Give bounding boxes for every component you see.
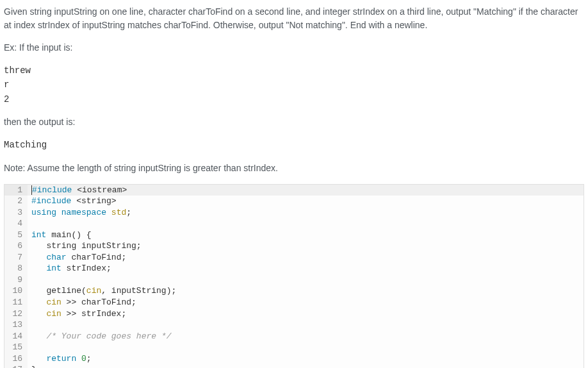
code-content[interactable]: cin >> charToFind; — [28, 297, 584, 308]
line-number: 1 — [4, 185, 28, 196]
code-content[interactable]: #include <iostream> — [28, 185, 584, 196]
code-content[interactable]: int strIndex; — [28, 263, 584, 274]
line-number: 4 — [4, 218, 28, 230]
code-content[interactable]: int main() { — [28, 230, 584, 241]
code-line[interactable]: 1#include <iostream> — [4, 185, 584, 196]
line-number: 2 — [4, 196, 28, 207]
code-content[interactable] — [28, 218, 584, 230]
code-line[interactable]: 7 char charToFind; — [4, 252, 584, 263]
line-number: 10 — [4, 285, 28, 297]
line-number: 16 — [4, 353, 28, 365]
code-content[interactable]: return 0; — [28, 353, 584, 365]
code-content[interactable]: #include <string> — [28, 196, 584, 207]
line-number: 7 — [4, 252, 28, 263]
code-line[interactable]: 4 — [4, 218, 584, 230]
problem-instruction: Given string inputString on one line, ch… — [4, 5, 584, 32]
example-input: threw r 2 — [4, 63, 584, 106]
line-number: 3 — [4, 207, 28, 219]
code-line[interactable]: 10 getline(cin, inputString); — [4, 285, 584, 297]
code-content[interactable] — [28, 319, 584, 331]
code-line[interactable]: 11 cin >> charToFind; — [4, 297, 584, 308]
line-number: 15 — [4, 342, 28, 353]
line-number: 17 — [4, 364, 28, 368]
example-output-label: then the output is: — [4, 115, 584, 129]
code-content[interactable]: cin >> strIndex; — [28, 308, 584, 320]
example-input-label: Ex: If the input is: — [4, 41, 584, 54]
code-editor[interactable]: 1#include <iostream>2#include <string>3u… — [4, 184, 584, 368]
line-number: 11 — [4, 297, 28, 308]
code-line[interactable]: 9 — [4, 274, 584, 286]
code-line[interactable]: 8 int strIndex; — [4, 263, 584, 274]
line-number: 12 — [4, 308, 28, 320]
line-number: 8 — [4, 263, 28, 274]
code-content[interactable] — [28, 274, 584, 286]
code-content[interactable]: /* Your code goes here */ — [28, 331, 584, 342]
code-line[interactable]: 3using namespace std; — [4, 207, 584, 219]
line-number: 6 — [4, 240, 28, 252]
code-line[interactable]: 2#include <string> — [4, 196, 584, 207]
code-line[interactable]: 6 string inputString; — [4, 240, 584, 252]
code-line[interactable]: 17} — [4, 364, 584, 368]
code-line[interactable]: 5int main() { — [4, 230, 584, 241]
problem-note: Note: Assume the length of string inputS… — [4, 162, 584, 175]
code-content[interactable] — [28, 342, 584, 353]
code-line[interactable]: 15 — [4, 342, 584, 353]
code-content[interactable]: char charToFind; — [28, 252, 584, 263]
code-content[interactable]: } — [28, 364, 584, 368]
code-line[interactable]: 16 return 0; — [4, 353, 584, 365]
line-number: 9 — [4, 274, 28, 286]
code-line[interactable]: 13 — [4, 319, 584, 331]
code-content[interactable]: getline(cin, inputString); — [28, 285, 584, 297]
line-number: 14 — [4, 331, 28, 342]
code-line[interactable]: 14 /* Your code goes here */ — [4, 331, 584, 342]
code-line[interactable]: 12 cin >> strIndex; — [4, 308, 584, 320]
code-content[interactable]: using namespace std; — [28, 207, 584, 219]
line-number: 5 — [4, 230, 28, 241]
code-content[interactable]: string inputString; — [28, 240, 584, 252]
line-number: 13 — [4, 319, 28, 331]
example-output: Matching — [4, 138, 584, 152]
